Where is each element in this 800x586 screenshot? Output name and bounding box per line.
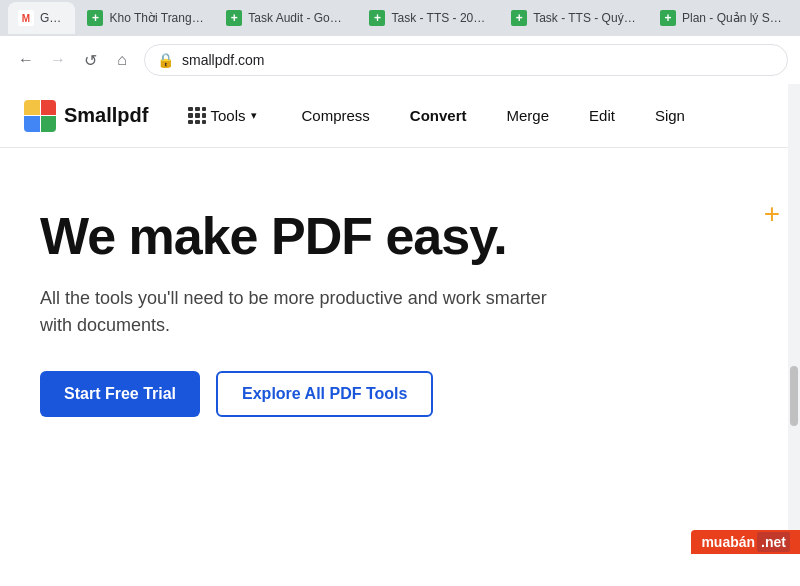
back-button[interactable]: ← (12, 46, 40, 74)
address-text: smallpdf.com (182, 52, 775, 68)
tab-label-gmail: Gmail (40, 11, 65, 25)
tabs-bar: M Gmail + Kho Thời Trang Tâ... + Task Au… (0, 0, 800, 36)
tab-kho[interactable]: + Kho Thời Trang Tâ... (77, 2, 214, 34)
nav-convert[interactable]: Convert (406, 103, 471, 128)
logo-area[interactable]: Smallpdf (24, 100, 148, 132)
chevron-down-icon: ▾ (251, 109, 257, 122)
hero-title: We make PDF easy. (40, 208, 760, 265)
tab-label-kho: Kho Thời Trang Tâ... (109, 11, 204, 25)
home-button[interactable]: ⌂ (108, 46, 136, 74)
tools-menu-button[interactable]: Tools ▾ (180, 103, 265, 129)
forward-button[interactable]: → (44, 46, 72, 74)
browser-chrome: M Gmail + Kho Thời Trang Tâ... + Task Au… (0, 0, 800, 84)
tab-label-task-quy: Task - TTS - Quý 1 2... (533, 11, 638, 25)
site-navbar: Smallpdf Tools ▾ Compress Convert Merge … (0, 84, 800, 148)
browser-toolbar: ← → ↺ ⌂ 🔒 smallpdf.com (0, 36, 800, 84)
tools-label: Tools (210, 107, 245, 124)
plan-seo-favicon: + (660, 10, 676, 26)
scrollbar[interactable] (788, 84, 800, 554)
watermark: muabán.net (691, 530, 800, 554)
nav-compress[interactable]: Compress (297, 103, 373, 128)
website-content: Smallpdf Tools ▾ Compress Convert Merge … (0, 84, 800, 554)
tab-label-task-tts: Task - TTS - 2023 -... (391, 11, 489, 25)
scrollbar-thumb[interactable] (790, 366, 798, 426)
task-audit-favicon: + (226, 10, 242, 26)
address-bar[interactable]: 🔒 smallpdf.com (144, 44, 788, 76)
tab-label-plan-seo: Plan - Quản lý SEO... (682, 11, 782, 25)
start-free-trial-button[interactable]: Start Free Trial (40, 371, 200, 417)
explore-pdf-tools-button[interactable]: Explore All PDF Tools (216, 371, 433, 417)
nav-sign[interactable]: Sign (651, 103, 689, 128)
hero-buttons: Start Free Trial Explore All PDF Tools (40, 371, 760, 417)
task-quy-favicon: + (511, 10, 527, 26)
hero-section: + We make PDF easy. All the tools you'll… (0, 148, 800, 457)
refresh-button[interactable]: ↺ (76, 46, 104, 74)
nav-edit[interactable]: Edit (585, 103, 619, 128)
nav-merge[interactable]: Merge (503, 103, 554, 128)
gmail-favicon: M (18, 10, 34, 26)
logo-text: Smallpdf (64, 104, 148, 127)
nav-buttons: ← → ↺ ⌂ (12, 46, 136, 74)
tab-plan-seo[interactable]: + Plan - Quản lý SEO... (650, 2, 792, 34)
task-tts-favicon: + (369, 10, 385, 26)
lock-icon: 🔒 (157, 52, 174, 68)
tab-gmail[interactable]: M Gmail (8, 2, 75, 34)
tab-label-task-audit: Task Audit - Google... (248, 11, 347, 25)
plus-decoration-icon: + (764, 198, 780, 230)
smallpdf-logo-icon (24, 100, 56, 132)
tab-task-tts[interactable]: + Task - TTS - 2023 -... (359, 2, 499, 34)
tab-task-audit[interactable]: + Task Audit - Google... (216, 2, 357, 34)
tab-task-quy[interactable]: + Task - TTS - Quý 1 2... (501, 2, 648, 34)
grid-icon (188, 107, 206, 125)
kho-favicon: + (87, 10, 103, 26)
hero-subtitle: All the tools you'll need to be more pro… (40, 285, 560, 339)
watermark-text: muabán.net (701, 534, 790, 550)
